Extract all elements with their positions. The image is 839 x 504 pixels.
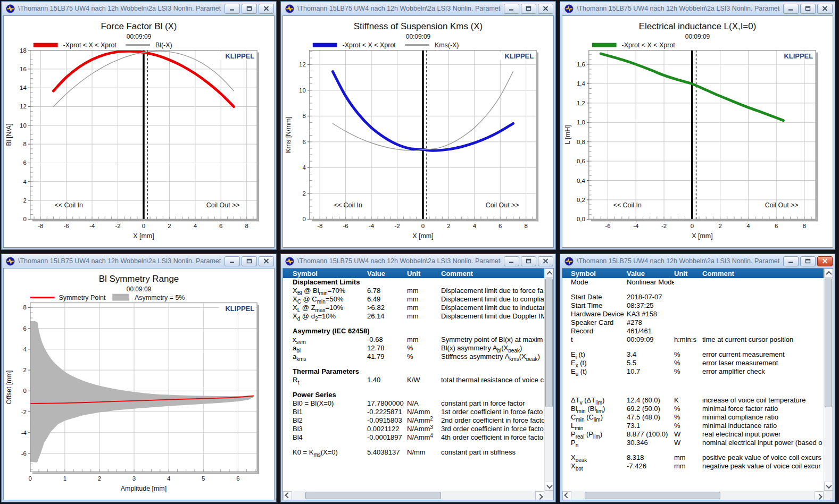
cell-unit: mm (407, 312, 441, 321)
scroll-up-button[interactable] (545, 268, 554, 278)
minimize-icon (229, 6, 235, 11)
cell-com: Stiffness asymmetry Akms(Xpeak) (441, 352, 544, 361)
minimize-button[interactable] (225, 256, 240, 266)
cell-com: increase of voice coil temperature (702, 396, 824, 405)
vertical-scrollbar[interactable] (544, 268, 553, 491)
titlebar[interactable]: \Thomann 15LB75 UW4 nach 12h Wobbeln\2a … (560, 254, 835, 268)
legend-label: -Xprot < X < Xprot (343, 41, 396, 49)
titlebar[interactable]: \Thomann 15LB75 UW4 nach 12h Wobbeln\2a … (281, 254, 555, 268)
scroll-right-button[interactable] (815, 491, 824, 500)
svg-text:4: 4 (746, 223, 750, 229)
svg-text:2: 2 (302, 190, 305, 197)
minimize-button[interactable] (783, 4, 799, 14)
scroll-down-button[interactable] (545, 482, 554, 491)
scroll-left-button[interactable] (283, 491, 292, 500)
close-button[interactable] (259, 4, 274, 14)
svg-text:0: 0 (142, 223, 145, 229)
restore-button[interactable] (242, 256, 257, 266)
restore-button[interactable] (800, 4, 816, 14)
cell-com: error laser measurement (702, 359, 824, 367)
svg-text:0: 0 (29, 475, 32, 482)
cell-sym: xsym (293, 335, 367, 344)
svg-text:0: 0 (23, 388, 26, 394)
cell-sym: Start Date (571, 293, 627, 301)
table-row: Preal (Plim)8.877 (100.0)Wreal electrica… (562, 430, 824, 439)
titlebar[interactable]: \Thomann 15LB75 UW4 nach 12h Wobbeln\2a … (2, 2, 276, 15)
close-button[interactable] (817, 4, 833, 14)
table-row: Record461/461 (562, 327, 824, 335)
scroll-right-button[interactable] (535, 491, 544, 500)
minimize-button[interactable] (225, 4, 240, 14)
spacer-row (283, 442, 544, 448)
cell-com: minimal force factor ratio (702, 405, 824, 413)
table-header: SymbolValueUnitComment (283, 268, 544, 278)
cell-com: 2nd order coefficient in force facto (441, 416, 544, 425)
minimize-button[interactable] (504, 256, 519, 266)
horizontal-scroll-thumb[interactable] (585, 492, 720, 499)
window-content: SymbolValueUnitCommentDisplacement Limit… (283, 268, 554, 500)
window-chart2: \Thomann 15LB75 UW4 nach 12h Wobbeln\2a … (560, 1, 835, 250)
scroll-up-button[interactable] (824, 268, 833, 278)
horizontal-scrollbar[interactable] (562, 491, 824, 500)
chevron-up-icon (826, 271, 832, 276)
svg-text:1: 1 (63, 475, 67, 482)
klippel-app-icon (6, 4, 15, 13)
svg-text:-2: -2 (394, 223, 400, 229)
cell-val: 2018-07-07 (627, 293, 674, 301)
cell-sym: Mode (571, 278, 627, 287)
titlebar[interactable]: \Thomann 15LB75 UW4 nach 12h Wobbeln\2a … (281, 2, 555, 15)
minimize-button[interactable] (504, 4, 519, 14)
restore-button[interactable] (521, 256, 536, 266)
restore-button[interactable] (521, 4, 536, 14)
cell-sym: K0 = Kms(X=0) (293, 448, 367, 457)
titlebar[interactable]: \Thomann 15LB75 UW4 nach 12h Wobbeln\2a … (560, 2, 835, 15)
cell-val: 30.346 (627, 439, 674, 447)
cell-unit: % (674, 422, 702, 430)
chart-title: Force Factor Bl (X) (101, 21, 177, 31)
table-row: Bl1-0.2225871N/Amm1st order coefficient … (283, 408, 544, 416)
cell-val: -0.68 (367, 335, 407, 344)
cell-com: minimal compliance ratio (702, 413, 824, 422)
vertical-scroll-thumb[interactable] (825, 279, 832, 407)
cell-val: -0.2225871 (367, 408, 407, 416)
horizontal-scrollbar[interactable] (283, 491, 544, 500)
minimize-button[interactable] (783, 256, 799, 266)
minimize-icon (788, 258, 794, 264)
scroll-left-button[interactable] (562, 491, 571, 500)
vertical-scroll-thumb[interactable] (545, 279, 553, 407)
coil-out-label: Coil Out >> (206, 201, 240, 209)
cell-val: 5.5 (627, 359, 674, 367)
restore-button[interactable] (242, 4, 257, 14)
svg-text:-2: -2 (661, 223, 667, 229)
cell-sym: Bl4 (293, 433, 367, 442)
column-header: Unit (674, 270, 702, 278)
svg-text:6: 6 (236, 475, 239, 482)
svg-text:8: 8 (23, 304, 26, 310)
cell-unit: mm (674, 453, 702, 462)
close-button[interactable] (538, 256, 553, 266)
chart-svg-bl-symmetry: Bl Symmetry Range00:09:09Symmetry PointA… (4, 268, 274, 500)
svg-text:0: 0 (302, 216, 305, 222)
cell-com: Displacement limit due Doppler IM (441, 312, 544, 321)
restore-icon (526, 258, 531, 264)
titlebar[interactable]: \Thomann 15LB75 UW4 nach 12h Wobbeln\2a … (2, 254, 276, 268)
window-chart1: \Thomann 15LB75 UW4 nach 12h Wobbeln\2a … (280, 1, 556, 250)
spacer-row (562, 344, 824, 350)
close-button[interactable] (817, 256, 833, 266)
column-header: Value (367, 270, 407, 278)
legend-label: -Xprot < X < Xprot (622, 41, 676, 49)
table-row: Eu (t)10.7%error amplifier check (562, 367, 824, 376)
column-header: Comment (441, 270, 544, 278)
close-button[interactable] (259, 256, 274, 266)
coil-out-label: Coil Out >> (765, 201, 799, 209)
restore-button[interactable] (800, 256, 816, 266)
x-axis-label: X [mm] (133, 232, 154, 240)
close-button[interactable] (538, 4, 553, 14)
svg-text:1,2: 1,2 (577, 100, 585, 106)
cell-com (702, 318, 824, 327)
scroll-down-button[interactable] (824, 482, 833, 491)
close-icon (263, 6, 269, 11)
vertical-scrollbar[interactable] (824, 268, 833, 491)
horizontal-scroll-thumb[interactable] (305, 492, 441, 499)
legend-swatch (313, 43, 337, 47)
